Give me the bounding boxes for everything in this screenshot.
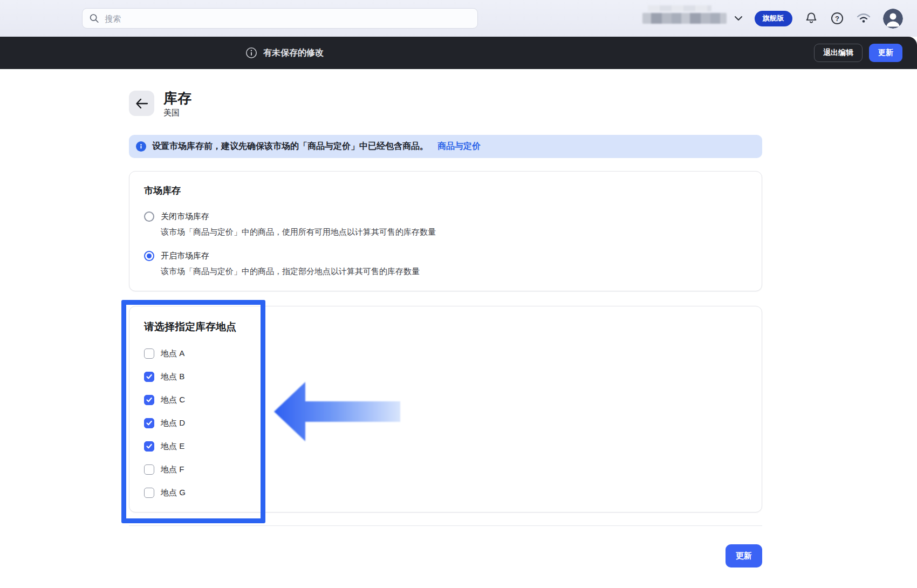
location-checkbox-d[interactable] <box>144 418 154 428</box>
location-label: 地点 E <box>161 441 184 452</box>
page-subtitle: 美国 <box>163 108 191 118</box>
location-row-d[interactable]: 地点 D <box>144 416 747 429</box>
arrow-left-icon <box>135 98 149 110</box>
location-checkbox-g[interactable] <box>144 488 154 498</box>
admin-screen: 旗舰版 ? <box>0 0 917 588</box>
location-row-f[interactable]: 地点 F <box>144 463 747 476</box>
locations-card-title: 请选择指定库存地点 <box>144 320 747 334</box>
location-label: 地点 A <box>161 348 184 359</box>
banner-text: 设置市场库存前，建议先确保该市场的「商品与定价」中已经包含商品。 <box>152 141 428 152</box>
notifications-button[interactable] <box>804 11 818 25</box>
search-input[interactable] <box>82 8 478 29</box>
radio-disable[interactable] <box>144 211 154 222</box>
help-button[interactable]: ? <box>830 11 844 25</box>
market-inventory-title: 市场库存 <box>144 184 747 197</box>
location-label: 地点 B <box>161 372 184 382</box>
radio-enable-description: 该市场「商品与定价」中的商品，指定部分地点以计算其可售的库存数量 <box>161 265 747 277</box>
radio-option-enable-market-inventory[interactable]: 开启市场库存 <box>144 249 747 262</box>
discard-button[interactable]: 退出编辑 <box>814 44 863 62</box>
check-icon <box>146 373 153 380</box>
location-label: 地点 C <box>161 395 185 405</box>
location-row-a[interactable]: 地点 A <box>144 347 747 360</box>
help-icon: ? <box>830 11 844 25</box>
topbar-right: 旗舰版 ? <box>642 0 904 37</box>
account-menu-button[interactable] <box>883 9 903 29</box>
location-row-b[interactable]: 地点 B <box>144 370 747 383</box>
location-label: 地点 G <box>161 488 186 498</box>
radio-option-disable-market-inventory[interactable]: 关闭市场库存 <box>144 210 747 223</box>
page-header: 库存 美国 <box>129 91 762 118</box>
chevron-down-icon <box>734 16 743 21</box>
products-pricing-link[interactable]: 商品与定价 <box>437 141 481 152</box>
locations-card: 请选择指定库存地点 地点 A 地点 B <box>129 306 762 512</box>
wifi-icon <box>856 12 871 25</box>
topbar: 旗舰版 ? <box>0 0 917 37</box>
radio-disable-description: 该市场「商品与定价」中的商品，使用所有可用地点以计算其可售的库存数量 <box>161 226 747 237</box>
search-field[interactable] <box>104 13 471 24</box>
info-banner: 设置市场库存前，建议先确保该市场的「商品与定价」中已经包含商品。 商品与定价 <box>129 135 762 158</box>
store-switcher[interactable] <box>642 13 743 24</box>
location-checkbox-a[interactable] <box>144 348 154 359</box>
section-divider <box>129 525 762 526</box>
banner-info-icon <box>136 141 146 152</box>
store-name-redacted <box>642 13 727 24</box>
svg-text:?: ? <box>835 15 839 23</box>
check-icon <box>146 443 153 449</box>
location-checkbox-f[interactable] <box>144 464 154 475</box>
location-checkbox-b[interactable] <box>144 372 154 382</box>
unsaved-changes-bar: 有未保存的修改 退出编辑 更新 <box>0 37 917 69</box>
back-button[interactable] <box>129 91 154 116</box>
location-row-g[interactable]: 地点 G <box>144 486 747 499</box>
location-checkbox-c[interactable] <box>144 395 154 405</box>
radio-enable-label: 开启市场库存 <box>161 251 209 261</box>
update-button[interactable]: 更新 <box>726 544 762 568</box>
location-label: 地点 F <box>161 464 184 475</box>
check-icon <box>146 396 153 403</box>
save-bar-update-button[interactable]: 更新 <box>869 44 902 62</box>
radio-enable[interactable] <box>144 251 154 261</box>
unsaved-changes-text: 有未保存的修改 <box>263 47 324 59</box>
bell-icon <box>804 11 818 25</box>
location-checkbox-e[interactable] <box>144 441 154 452</box>
page-content: 库存 美国 设置市场库存前，建议先确保该市场的「商品与定价」中已经包含商品。 商… <box>129 69 762 568</box>
save-bar-actions: 退出编辑 更新 <box>814 44 902 62</box>
avatar <box>883 9 903 29</box>
unsaved-changes-message: 有未保存的修改 <box>245 47 324 59</box>
radio-disable-label: 关闭市场库存 <box>161 211 209 222</box>
info-icon <box>245 47 257 59</box>
market-inventory-card: 市场库存 关闭市场库存 该市场「商品与定价」中的商品，使用所有可用地点以计算其可… <box>129 171 762 291</box>
location-row-e[interactable]: 地点 E <box>144 440 747 453</box>
location-row-c[interactable]: 地点 C <box>144 393 747 406</box>
check-icon <box>146 420 153 426</box>
search-icon <box>89 13 99 24</box>
title-block: 库存 美国 <box>163 91 191 118</box>
footer-actions: 更新 <box>129 544 762 568</box>
location-label: 地点 D <box>161 418 185 428</box>
page-title: 库存 <box>163 91 191 106</box>
plan-badge[interactable]: 旗舰版 <box>755 11 793 26</box>
